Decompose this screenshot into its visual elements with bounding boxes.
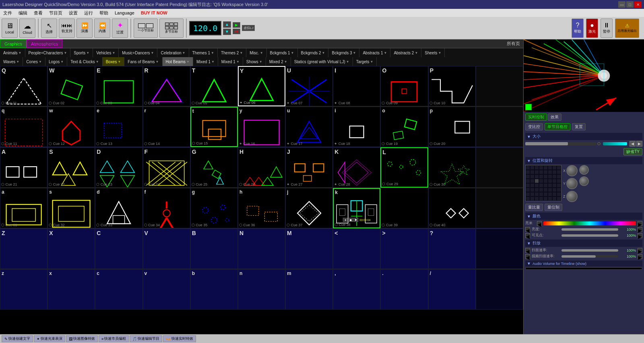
- prog-btn[interactable]: ≡ 快速市员编程: [99, 335, 129, 342]
- cat-cones[interactable]: Cones ▼: [23, 57, 45, 66]
- cue-38[interactable]: k ⏸ ⏹ ▶: [333, 188, 380, 228]
- cue-xx[interactable]: x: [47, 269, 95, 310]
- tab-realtime[interactable]: 实时控制: [525, 114, 547, 121]
- color-prev[interactable]: ◀: [537, 221, 542, 226]
- cue-06[interactable]: Y ✦ Cue 06: [238, 66, 285, 106]
- cat-sheets[interactable]: Sheets ▼: [421, 48, 445, 57]
- select-btn[interactable]: ↖ 选择: [41, 19, 57, 38]
- inner-btn[interactable]: ⏪ 内播: [94, 19, 110, 38]
- cat-themes2[interactable]: Themes 2 ▼: [218, 48, 246, 57]
- menu-edit[interactable]: 编辑: [17, 10, 29, 16]
- cue-zz[interactable]: z: [0, 269, 47, 310]
- cue-16[interactable]: y ✦ Cue 16: [238, 107, 285, 147]
- fx-btn[interactable]: ✦ 过渡: [112, 19, 128, 38]
- track-btn[interactable]: ⏮⏭ 轨支持: [59, 19, 75, 38]
- cue-x[interactable]: X: [47, 229, 95, 269]
- menu-file[interactable]: 文件: [2, 10, 14, 16]
- cue-02[interactable]: W ⬡Cue 02: [47, 66, 95, 106]
- cat-vehicles[interactable]: Vehicles ▼: [93, 48, 119, 57]
- cat-fans[interactable]: Fans of Beams ▼: [124, 57, 162, 66]
- y-knob[interactable]: [566, 178, 578, 189]
- mode-btn[interactable]: 单节目格控: [545, 123, 570, 130]
- cue-comma[interactable]: ,: [333, 269, 380, 310]
- cue-40[interactable]: ⬡ Cue 40: [428, 188, 476, 228]
- add-btn[interactable]: 复置: [572, 123, 586, 130]
- cue-15[interactable]: t ⬡ Cue 15: [190, 107, 238, 147]
- vis-next[interactable]: ▶: [638, 233, 642, 238]
- cat-bck3[interactable]: Bckgrnds 3 ▼: [328, 48, 359, 57]
- cue-37[interactable]: j ⬡ Cue 37: [285, 188, 333, 228]
- cue-13[interactable]: e ⬡ Cue 13: [95, 107, 142, 147]
- scan-next[interactable]: ▶: [638, 248, 642, 253]
- minimize-btn[interactable]: —: [618, 1, 625, 8]
- cat-mixed2[interactable]: Mixed 2 ▼: [266, 57, 291, 66]
- cue-23[interactable]: D ⬡ Cue 23: [95, 147, 142, 188]
- cue-vv[interactable]: v: [143, 269, 190, 310]
- cue-lt[interactable]: <: [333, 229, 380, 269]
- cue-question[interactable]: ?: [428, 229, 476, 269]
- pos-reset-btn[interactable]: 量位制: [545, 204, 562, 211]
- cue-v[interactable]: V: [143, 229, 190, 269]
- cue-35[interactable]: g ⬡ Cue 35: [190, 188, 238, 228]
- menu-settings[interactable]: 设置: [67, 10, 79, 16]
- cue-34[interactable]: f ⬡ Cue 34: [143, 188, 190, 228]
- scan-slider[interactable]: [561, 249, 618, 252]
- cat-waves[interactable]: Waves ▼: [0, 57, 23, 66]
- cloud-btn[interactable]: ☁ Cloud: [19, 19, 35, 38]
- pb-play[interactable]: ▶: [353, 218, 358, 222]
- cue-n[interactable]: N: [238, 229, 285, 269]
- cat-sports[interactable]: Sports ▼: [70, 48, 93, 57]
- cue-mm[interactable]: m: [285, 269, 333, 310]
- bright-next[interactable]: ▶: [638, 227, 642, 232]
- close-btn[interactable]: ✕: [634, 1, 642, 8]
- cue-bb[interactable]: b: [190, 269, 238, 310]
- freq-prev[interactable]: ◀: [525, 254, 530, 259]
- freq-next[interactable]: ▶: [638, 254, 642, 259]
- cat-mixed1b[interactable]: Mixed 1 ▼: [218, 57, 243, 66]
- safety-btn[interactable]: ⚠ 启用激光输出: [615, 19, 639, 38]
- menu-view[interactable]: 查看: [32, 10, 44, 16]
- cat-bck2[interactable]: Bckgrnds 2 ▼: [298, 48, 329, 57]
- cat-hot-beams[interactable]: Hot Beams ▼: [163, 57, 193, 66]
- audio-slider[interactable]: [525, 267, 642, 270]
- scan-prev[interactable]: ◀: [525, 248, 530, 253]
- cat-boxes[interactable]: Boxes ▼: [103, 57, 125, 66]
- cue-05[interactable]: T ⬡Cue 05: [190, 66, 238, 106]
- bpm-down[interactable]: ▼: [223, 29, 231, 35]
- size-handle[interactable]: [597, 142, 601, 145]
- rt-fx-btn[interactable]: FX 快速实时特效: [163, 335, 196, 342]
- cat-statics[interactable]: Statics (great with Virtual LJ) ▼: [291, 57, 353, 66]
- cue-z[interactable]: Z: [0, 229, 47, 269]
- bpm-up[interactable]: ▲: [223, 21, 231, 28]
- cat-celebration[interactable]: Celebration ▼: [157, 48, 189, 57]
- size-reset-btn[interactable]: 量比量: [525, 204, 543, 211]
- cue-29[interactable]: L ⬡ Cue 29: [380, 147, 428, 188]
- vis-prev[interactable]: ◀: [525, 233, 530, 238]
- bright-prev[interactable]: ◀: [525, 227, 530, 232]
- virtual-lj[interactable]: 虚拟LJ: [242, 25, 255, 31]
- cue-04[interactable]: R ⬡Cue 04: [143, 66, 190, 106]
- menu-language[interactable]: Language: [113, 10, 136, 15]
- cue-17[interactable]: u ✦ Cue 17: [285, 107, 333, 147]
- visible-slider[interactable]: [561, 234, 618, 237]
- color-next[interactable]: ▶: [638, 221, 642, 226]
- menu-help[interactable]: 帮助: [98, 10, 110, 16]
- tab-atmospherics[interactable]: Atmospherics: [27, 39, 62, 48]
- menu-run[interactable]: 运行: [83, 10, 95, 16]
- rot-knob[interactable]: [579, 165, 589, 175]
- pb-pause[interactable]: ⏸: [343, 218, 348, 222]
- x-knob[interactable]: [566, 165, 578, 176]
- create-text-btn[interactable]: ✎ 快速创建文字: [2, 335, 33, 342]
- cue-32[interactable]: s ⬡ Cue 32: [47, 188, 95, 228]
- cue-26[interactable]: H ⬡ Cue 26: [238, 147, 285, 188]
- scroll-left[interactable]: ◀: [630, 141, 636, 147]
- cat-abs2[interactable]: Abstracts 2 ▼: [390, 48, 421, 57]
- brightness-slider[interactable]: [561, 228, 618, 231]
- cue-12[interactable]: w ⬡ Cue 12: [47, 107, 95, 147]
- tab-graphics[interactable]: Graphics: [0, 39, 27, 48]
- cue-14[interactable]: r ⬡ Cue 14: [143, 107, 190, 147]
- cue-18[interactable]: i ✦ Cue 18: [333, 107, 380, 147]
- cat-themes1[interactable]: Themes 1 ▼: [189, 48, 218, 57]
- cue-11[interactable]: q ⬡ Cue 11: [0, 107, 47, 147]
- single-cue-btn[interactable]: 一小节目标: [134, 19, 158, 38]
